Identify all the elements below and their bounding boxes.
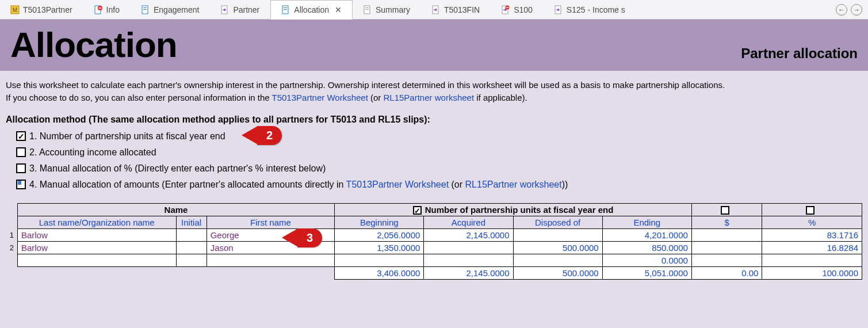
checkbox-checked-icon[interactable]: [16, 131, 26, 141]
tab-t5013fin[interactable]: T5013FIN: [421, 0, 491, 19]
tab-info[interactable]: Info: [83, 0, 131, 19]
total-end: 5,051.0000: [602, 267, 691, 280]
cell-acq[interactable]: [424, 254, 513, 267]
checkbox-icon[interactable]: [721, 206, 729, 215]
cell-begin[interactable]: [335, 254, 424, 267]
cell-initial[interactable]: [176, 254, 207, 267]
doc-arrow-red-icon: [501, 5, 510, 14]
allocation-table-area: Name Number of partnership units at fisc…: [0, 193, 868, 280]
cell-acq[interactable]: 2,145.0000: [424, 229, 513, 242]
cell-pct[interactable]: [762, 254, 862, 267]
tab-label: Info: [106, 5, 120, 14]
svg-rect-4: [98, 7, 101, 8]
tab-label: Engagement: [154, 5, 199, 14]
cell-disp[interactable]: [513, 229, 602, 242]
link-t5013partner[interactable]: T5013Partner Worksheet: [346, 180, 449, 189]
option-label: 2. Accounting income allocated: [29, 147, 156, 158]
total-money: 0.00: [691, 267, 762, 280]
col-lastname: Last name/Organization name: [17, 216, 176, 229]
next-button[interactable]: →: [851, 4, 862, 16]
method-option-4[interactable]: 4. Manual allocation of amounts (Enter p…: [16, 177, 862, 193]
checkbox-checked-icon[interactable]: [413, 206, 422, 215]
cell-firstname[interactable]: Jason: [207, 242, 335, 254]
page-header: Allocation Partner allocation: [0, 20, 868, 71]
col-pct: %: [762, 216, 862, 229]
cell-initial[interactable]: [176, 229, 207, 242]
table-row[interactable]: 2 Barlow Jason 1,350.0000 500.0000 850.0…: [6, 242, 862, 254]
checkbox-icon[interactable]: [806, 206, 815, 215]
tab-summary[interactable]: Summary: [353, 0, 421, 19]
tab-t5013partner[interactable]: M T5013Partner: [0, 0, 83, 19]
col-end: Ending: [602, 216, 691, 229]
col-group-units: Number of partnership units at fiscal ye…: [335, 203, 692, 216]
cell-firstname[interactable]: [207, 254, 335, 267]
tab-s100[interactable]: S100: [491, 0, 544, 19]
row-number: 2: [6, 242, 17, 254]
cell-acq[interactable]: [424, 242, 513, 254]
method-option-3[interactable]: 3. Manual allocation of % (Directly ente…: [16, 161, 862, 177]
prev-button[interactable]: ←: [836, 4, 847, 16]
col-group-pct: [762, 203, 862, 216]
tab-partner[interactable]: Partner: [210, 0, 270, 19]
intro-line1: Use this worksheet to calculate each par…: [6, 79, 862, 91]
tab-engagement[interactable]: Engagement: [131, 0, 210, 19]
link-rl15partner[interactable]: RL15Partner worksheet: [384, 93, 475, 102]
cell-end[interactable]: 0.0000: [602, 254, 691, 267]
col-group-name: Name: [17, 203, 334, 216]
cell-pct[interactable]: 83.1716: [762, 229, 862, 242]
cell-lastname[interactable]: Barlow: [17, 229, 176, 242]
tab-label: S100: [514, 5, 533, 14]
cell-pct[interactable]: 16.8284: [762, 242, 862, 254]
allocation-method-options: 1. Number of partnership units at fiscal…: [0, 128, 868, 193]
total-begin: 3,406.0000: [335, 267, 424, 280]
cell-disp[interactable]: [513, 254, 602, 267]
intro-line2: If you choose to do so, you can also ent…: [6, 91, 862, 104]
col-group-money: [691, 203, 762, 216]
svg-rect-6: [143, 7, 147, 8]
allocation-table: Name Number of partnership units at fisc…: [6, 203, 862, 280]
table-row[interactable]: 0.0000: [6, 254, 862, 267]
cell-firstname[interactable]: George: [207, 229, 335, 242]
svg-rect-13: [365, 7, 369, 8]
checkbox-partial-icon[interactable]: [16, 180, 26, 189]
tab-label: T5013Partner: [23, 5, 72, 14]
cell-money[interactable]: [691, 229, 762, 242]
col-begin: Beginning: [335, 216, 424, 229]
cell-end[interactable]: 4,201.0000: [602, 229, 691, 242]
link-t5013partner[interactable]: T5013Partner Worksheet: [272, 93, 368, 102]
cell-lastname[interactable]: Barlow: [17, 242, 176, 254]
svg-rect-10: [284, 7, 287, 8]
total-pct: 100.0000: [762, 267, 862, 280]
tab-label: Summary: [376, 5, 410, 14]
cell-lastname[interactable]: [17, 254, 176, 267]
cell-end[interactable]: 850.0000: [602, 242, 691, 254]
page-subtitle: Partner allocation: [741, 45, 858, 65]
option-label: 4. Manual allocation of amounts (Enter p…: [29, 180, 568, 190]
checkbox-icon[interactable]: [16, 147, 26, 157]
close-icon[interactable]: ✕: [335, 5, 342, 14]
checkbox-icon[interactable]: [16, 163, 26, 173]
link-rl15partner[interactable]: RL15Partner worksheet: [465, 180, 562, 189]
tab-allocation[interactable]: Allocation ✕: [270, 0, 353, 20]
tab-s125[interactable]: S125 - Income s: [544, 0, 629, 19]
svg-rect-14: [365, 9, 369, 10]
cell-begin[interactable]: 1,350.0000: [335, 242, 424, 254]
cell-money[interactable]: [691, 242, 762, 254]
option-label: 3. Manual allocation of % (Directly ente…: [29, 163, 326, 174]
col-disp: Disposed of: [513, 216, 602, 229]
cell-initial[interactable]: [176, 242, 207, 254]
svg-rect-18: [506, 7, 508, 7]
tab-label: Partner: [233, 5, 259, 14]
col-initial: Initial: [176, 216, 207, 229]
cell-begin[interactable]: 2,056.0000: [335, 229, 424, 242]
method-option-1[interactable]: 1. Number of partnership units at fiscal…: [16, 128, 862, 144]
cell-disp[interactable]: 500.0000: [513, 242, 602, 254]
total-acq: 2,145.0000: [424, 267, 513, 280]
tab-bar: M T5013Partner Info Engagement Partner A…: [0, 0, 868, 20]
doc-blue-icon: [281, 5, 290, 14]
method-option-2[interactable]: 2. Accounting income allocated: [16, 144, 862, 161]
table-row[interactable]: 1 Barlow George 2,056.0000 2,145.0000 4,…: [6, 229, 862, 242]
doc-blue-icon: [141, 5, 150, 14]
page-title: Allocation: [10, 24, 177, 65]
cell-money[interactable]: [691, 254, 762, 267]
